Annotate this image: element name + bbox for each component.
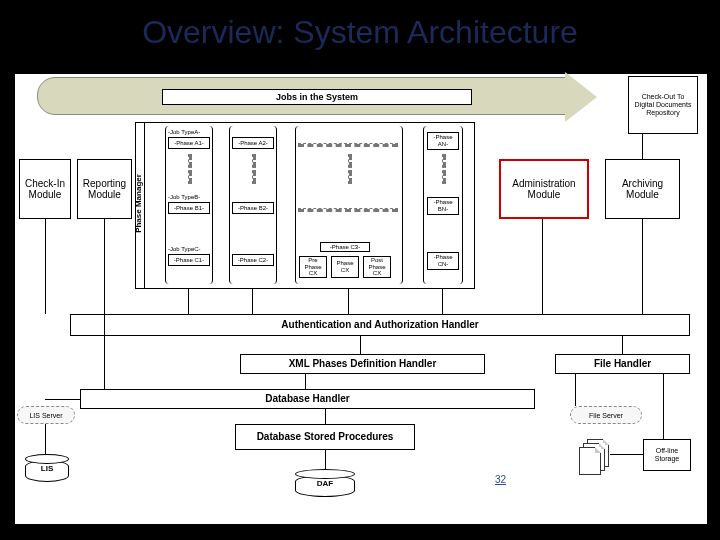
phase-c1: -Phase C1- — [168, 254, 210, 266]
admin-module: Administration Module — [499, 159, 589, 219]
architecture-diagram: Jobs in the System Check-In Module Repor… — [15, 74, 707, 524]
phase-cn: -Phase CN- — [427, 252, 459, 270]
phase-b1: -Phase B1- — [168, 202, 210, 214]
slide-title: Overview: System Architecture — [0, 0, 720, 59]
jobtype-a: -Job TypeA- — [168, 129, 200, 135]
checkout-module: Check-Out To Digital Documents Repositor… — [628, 76, 698, 134]
phase-c2: -Phase C2- — [232, 254, 274, 266]
offline-storage: Off-line Storage — [643, 439, 691, 471]
file-handler: File Handler — [555, 354, 690, 374]
xml-handler: XML Phases Definition Handler — [240, 354, 485, 374]
phase-a1: -Phase A1- — [168, 137, 210, 149]
file-server: File Server — [570, 406, 642, 424]
lis-server: LIS Server — [17, 406, 75, 424]
stored-procedures: Database Stored Procedures — [235, 424, 415, 450]
phase-bn: -Phase BN- — [427, 197, 459, 215]
pre-phase-cx: Pre Phase CX — [299, 256, 327, 278]
jobtype-b: -Job TypeB- — [168, 194, 200, 200]
phase-c3: -Phase C3- — [320, 242, 370, 252]
slide-number: 32 — [495, 474, 506, 485]
phase-b2: -Phase B2- — [232, 202, 274, 214]
auth-handler: Authentication and Authorization Handler — [70, 314, 690, 336]
checkin-module: Check-In Module — [19, 159, 71, 219]
phase-manager-label: Phase Manager — [134, 144, 143, 264]
phase-a2: -Phase A2- — [232, 137, 274, 149]
archiving-module: Archiving Module — [605, 159, 680, 219]
jobtype-c: -Job TypeC- — [168, 246, 201, 252]
phase-an: -Phase AN- — [427, 132, 459, 150]
post-phase-cx: Post Phase CX — [363, 256, 391, 278]
db-handler: Database Handler — [80, 389, 535, 409]
phase-cx: Phase CX — [331, 256, 359, 278]
jobs-in-system-label: Jobs in the System — [162, 89, 472, 105]
reporting-module: Reporting Module — [77, 159, 132, 219]
